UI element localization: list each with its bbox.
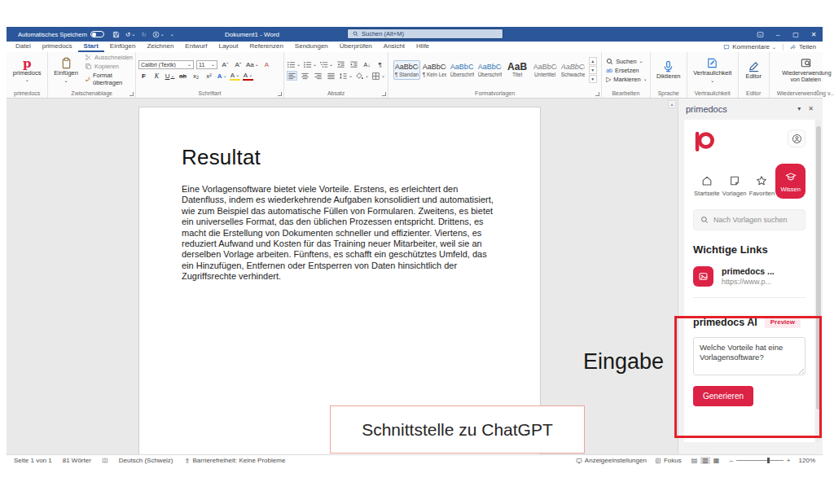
pilcrow-button[interactable]: ¶	[375, 59, 385, 69]
align-left-button[interactable]	[287, 71, 297, 81]
pane-menu-button[interactable]: ▾	[796, 105, 802, 112]
tab-primedocs[interactable]: primedocs	[37, 42, 78, 52]
account-dropdown-icon[interactable]: ⌄	[160, 32, 165, 37]
ribbon-options-button[interactable]	[751, 27, 769, 42]
proofing-status[interactable]	[102, 458, 108, 464]
font-color-button[interactable]: A⌄	[243, 71, 253, 81]
replace-button[interactable]: abErsetzen	[606, 67, 639, 74]
editor-button[interactable]: Editor	[742, 59, 765, 81]
styles-scroll-up-button[interactable]: ▲	[589, 57, 597, 65]
style-titel[interactable]: AaB Titel	[504, 60, 531, 80]
superscript-button[interactable]: x²	[204, 71, 214, 81]
nav-favoriten[interactable]: Favoriten	[748, 171, 776, 199]
select-button[interactable]: ▷Markieren⌄	[606, 76, 647, 83]
sort-button[interactable]: A↓	[362, 59, 372, 69]
autosave-toggle[interactable]	[90, 31, 104, 37]
page-indicator[interactable]: Seite 1 von 1	[14, 457, 52, 464]
zoom-in-button[interactable]: +	[787, 457, 791, 464]
reuse-files-button[interactable]: Wiederverwendung von Dateien	[779, 56, 832, 83]
style-untertitel[interactable]: AaBbCcD Untertitel	[532, 60, 559, 80]
language-indicator[interactable]: Deutsch (Schweiz)	[119, 457, 173, 464]
clear-formatting-button[interactable]: A	[261, 59, 272, 69]
style-ueberschrift-2[interactable]: AaBbCcD Überschrif...	[476, 60, 503, 80]
tab-sendungen[interactable]: Sendungen	[289, 42, 334, 52]
shading-button[interactable]: ⌄	[355, 71, 369, 81]
style-schwache-hervorhebung[interactable]: AaBbCcDt Schwache...	[560, 60, 586, 80]
dialog-launcher[interactable]	[382, 92, 386, 96]
read-mode-button[interactable]: ▤	[690, 457, 700, 464]
subscript-button[interactable]: x₂	[191, 71, 201, 81]
copy-button[interactable]: Kopieren	[85, 63, 133, 70]
save-button[interactable]	[112, 31, 120, 38]
grow-font-button[interactable]: Aˆ	[220, 59, 230, 69]
dialog-launcher[interactable]	[129, 92, 134, 96]
nav-wissen[interactable]: Wissen	[775, 164, 805, 199]
pane-scrollbar[interactable]	[816, 120, 821, 442]
accessibility-status[interactable]: Barrierefreiheit: Keine Probleme	[184, 457, 286, 464]
search-box[interactable]	[347, 28, 503, 39]
shrink-font-button[interactable]: Aˇ	[233, 59, 244, 69]
account-button[interactable]	[788, 129, 805, 147]
font-size-combo[interactable]: 11⌄	[196, 60, 217, 69]
redo-button[interactable]: ↻	[141, 31, 146, 38]
text-effects-button[interactable]: A⌄	[217, 71, 227, 81]
indent-button[interactable]	[349, 59, 359, 69]
paste-button[interactable]: Einfügen ⌄	[50, 56, 81, 83]
tab-referenzen[interactable]: Referenzen	[244, 42, 289, 52]
tab-layout[interactable]: Layout	[213, 42, 244, 52]
template-search-box[interactable]	[693, 209, 805, 230]
justify-button[interactable]	[326, 71, 336, 81]
style-ueberschrift-1[interactable]: AaBbC Überschrif...	[449, 60, 476, 80]
maximize-button[interactable]: ▢	[787, 27, 805, 42]
pane-expand-chevron-icon[interactable]: ⌄	[801, 432, 806, 440]
italic-button[interactable]: K	[151, 71, 162, 81]
style-standard[interactable]: AaBbCcDc ¶ Standard	[393, 60, 420, 80]
styles-expand-button[interactable]: ▼	[589, 75, 597, 83]
comments-button[interactable]: Kommentare ⌄	[723, 43, 776, 50]
highlight-color-button[interactable]: A⌄	[230, 71, 240, 81]
bullet-list-button[interactable]: ⌄	[287, 59, 301, 69]
dialog-launcher[interactable]	[278, 92, 282, 96]
document-page[interactable]: Resultat Eine Vorlagensoftware bietet vi…	[138, 107, 541, 454]
tab-zeichnen[interactable]: Zeichnen	[141, 42, 179, 52]
zoom-level[interactable]: 120%	[799, 457, 815, 464]
sensitivity-button[interactable]: Vertraulichkeit ⌄	[690, 56, 735, 83]
zoom-slider[interactable]	[736, 458, 784, 463]
tab-hilfe[interactable]: Hilfe	[410, 42, 435, 52]
collapse-ribbon-button[interactable]: ⌃	[815, 90, 820, 96]
pane-close-button[interactable]: ✕	[806, 105, 815, 112]
dictate-button[interactable]: Diktieren	[653, 59, 684, 81]
borders-button[interactable]: ⌄	[371, 71, 385, 81]
scroll-up-button[interactable]: ▲	[668, 100, 676, 108]
format-painter-button[interactable]: Format übertragen	[85, 72, 133, 86]
multilevel-list-button[interactable]: ⌄	[319, 59, 333, 69]
nav-vorlagen[interactable]: Vorlagen	[721, 171, 748, 199]
align-right-button[interactable]	[313, 71, 323, 81]
word-count[interactable]: 81 Wörter	[63, 457, 91, 464]
tab-ansicht[interactable]: Ansicht	[378, 42, 410, 52]
change-case-button[interactable]: Aa⌄	[246, 59, 259, 69]
generate-button[interactable]: Generieren	[693, 386, 753, 406]
web-layout-button[interactable]: ▦	[712, 457, 722, 464]
account-button[interactable]: ⌄	[152, 31, 165, 38]
focus-button[interactable]: Fokus	[655, 457, 682, 464]
align-center-button[interactable]	[300, 71, 310, 81]
share-button[interactable]: Teilen	[790, 43, 816, 50]
tab-ueberpruefen[interactable]: Überprüfen	[334, 42, 378, 52]
tab-start[interactable]: Start	[78, 42, 104, 52]
undo-button[interactable]: ↺⌄	[125, 31, 135, 38]
tab-einfuegen[interactable]: Einfügen	[104, 42, 142, 52]
dialog-launcher[interactable]	[595, 92, 599, 96]
numbered-list-button[interactable]: ⌄	[303, 59, 317, 69]
underline-button[interactable]: U⌄	[165, 71, 175, 81]
find-button[interactable]: Suchen⌄	[606, 58, 643, 65]
display-settings-button[interactable]: Anzeigeeinstellungen	[576, 457, 647, 464]
print-layout-button[interactable]: ▥	[700, 457, 710, 464]
close-button[interactable]: ✕	[805, 27, 823, 42]
zoom-slider-thumb[interactable]	[767, 458, 770, 463]
minimize-button[interactable]: –	[769, 27, 787, 42]
tab-datei[interactable]: Datei	[10, 42, 37, 52]
customize-qat-button[interactable]: ⌄	[170, 32, 174, 37]
primedocs-ribbon-button[interactable]: p primedocs ⌄	[10, 57, 45, 83]
tab-entwurf[interactable]: Entwurf	[179, 42, 213, 52]
